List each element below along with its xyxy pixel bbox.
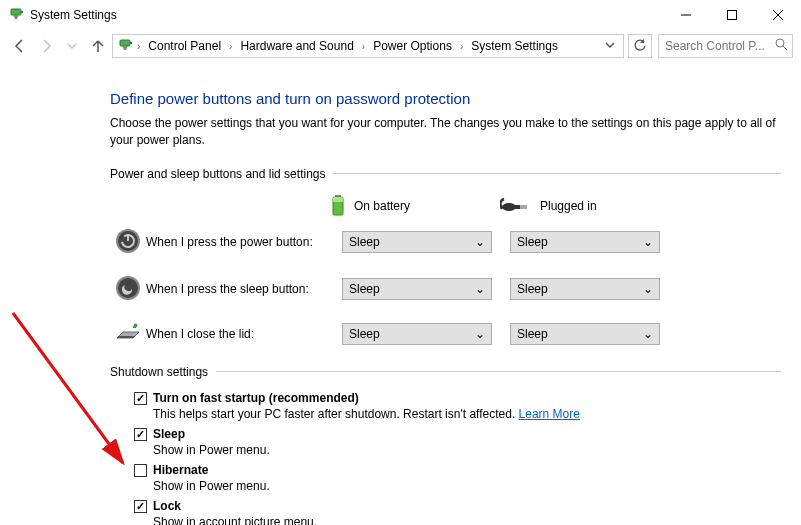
section-header: Shutdown settings: [110, 365, 781, 379]
chevron-right-icon[interactable]: ›: [360, 41, 367, 52]
select-sleep-plugged[interactable]: Sleep⌄: [510, 278, 660, 300]
chevron-down-icon: ⌄: [643, 282, 653, 296]
svg-rect-14: [514, 205, 520, 209]
row-label: When I close the lid:: [146, 327, 342, 341]
chevron-right-icon[interactable]: ›: [227, 41, 234, 52]
hibernate-desc: Show in Power menu.: [153, 479, 781, 493]
chevron-down-icon: ⌄: [643, 327, 653, 341]
chevron-down-icon: ⌄: [643, 235, 653, 249]
search-icon: [775, 38, 788, 54]
lock-row: Lock: [134, 499, 781, 513]
refresh-button[interactable]: [628, 34, 652, 58]
window-title: System Settings: [30, 8, 117, 22]
select-lid-battery[interactable]: Sleep⌄: [342, 323, 492, 345]
checkbox-fast-startup[interactable]: [134, 392, 147, 405]
checkbox-hibernate[interactable]: [134, 464, 147, 477]
section-title: Shutdown settings: [110, 365, 216, 379]
svg-point-8: [776, 39, 784, 47]
svg-rect-1: [21, 11, 23, 13]
svg-rect-3: [728, 11, 737, 20]
chevron-down-icon: ⌄: [475, 327, 485, 341]
lid-icon: [115, 322, 141, 347]
chevron-right-icon[interactable]: ›: [458, 41, 465, 52]
titlebar: System Settings: [0, 0, 801, 30]
sleep-desc: Show in Power menu.: [153, 443, 781, 457]
select-power-battery[interactable]: Sleep⌄: [342, 231, 492, 253]
svg-line-9: [783, 46, 787, 50]
sleep-button-icon: [115, 275, 141, 304]
column-label-plugged: Plugged in: [540, 199, 597, 213]
minimize-button[interactable]: [663, 0, 709, 30]
sleep-row: Sleep: [134, 427, 781, 441]
up-button[interactable]: [86, 34, 110, 58]
section-header: Power and sleep buttons and lid settings: [110, 167, 781, 181]
content-area: Define power buttons and turn on passwor…: [0, 62, 801, 525]
plug-icon: [500, 195, 532, 218]
select-sleep-battery[interactable]: Sleep⌄: [342, 278, 492, 300]
breadcrumb-icon: [117, 37, 133, 56]
breadcrumb-item[interactable]: Hardware and Sound: [236, 39, 357, 53]
fast-startup-desc: This helps start your PC faster after sh…: [153, 407, 781, 421]
chevron-right-icon[interactable]: ›: [135, 41, 142, 52]
row-label: When I press the sleep button:: [146, 282, 342, 296]
row-power-button: When I press the power button: Sleep⌄ Sl…: [110, 228, 781, 257]
breadcrumb-dropdown[interactable]: [601, 39, 619, 53]
page-description: Choose the power settings that you want …: [110, 115, 781, 149]
select-power-plugged[interactable]: Sleep⌄: [510, 231, 660, 253]
forward-button[interactable]: [34, 34, 58, 58]
svg-rect-7: [130, 42, 132, 44]
row-sleep-button: When I press the sleep button: Sleep⌄ Sl…: [110, 275, 781, 304]
page-title: Define power buttons and turn on passwor…: [110, 90, 781, 107]
checkbox-lock[interactable]: [134, 500, 147, 513]
checkbox-label: Hibernate: [153, 463, 208, 477]
section-title: Power and sleep buttons and lid settings: [110, 167, 333, 181]
search-input[interactable]: [663, 38, 771, 54]
back-button[interactable]: [8, 34, 32, 58]
maximize-button[interactable]: [709, 0, 755, 30]
hibernate-row: Hibernate: [134, 463, 781, 477]
checkbox-label: Lock: [153, 499, 181, 513]
column-label-battery: On battery: [354, 199, 410, 213]
nav-bar: › Control Panel › Hardware and Sound › P…: [0, 30, 801, 62]
window-controls: [663, 0, 801, 30]
select-lid-plugged[interactable]: Sleep⌄: [510, 323, 660, 345]
fast-startup-row: Turn on fast startup (recommended): [134, 391, 781, 405]
row-lid: When I close the lid: Sleep⌄ Sleep⌄: [110, 322, 781, 347]
row-label: When I press the power button:: [146, 235, 342, 249]
chevron-down-icon: ⌄: [475, 235, 485, 249]
svg-rect-12: [333, 197, 343, 202]
svg-point-13: [502, 203, 516, 211]
breadcrumb-item[interactable]: Control Panel: [144, 39, 225, 53]
power-options-icon: [8, 6, 24, 25]
breadcrumb-item[interactable]: System Settings: [467, 39, 562, 53]
svg-rect-6: [120, 40, 130, 46]
svg-rect-0: [11, 9, 21, 15]
recent-dropdown[interactable]: [60, 34, 84, 58]
checkbox-label: Sleep: [153, 427, 185, 441]
checkbox-label: Turn on fast startup (recommended): [153, 391, 359, 405]
lock-desc: Show in account picture menu.: [153, 515, 781, 525]
breadcrumb[interactable]: › Control Panel › Hardware and Sound › P…: [112, 34, 624, 58]
close-button[interactable]: [755, 0, 801, 30]
search-box[interactable]: [658, 34, 793, 58]
battery-icon: [330, 193, 346, 220]
learn-more-link[interactable]: Learn More: [519, 407, 580, 421]
svg-point-22: [118, 278, 138, 298]
column-headers: On battery Plugged in: [330, 193, 781, 220]
checkbox-sleep[interactable]: [134, 428, 147, 441]
chevron-down-icon: ⌄: [475, 282, 485, 296]
breadcrumb-item[interactable]: Power Options: [369, 39, 456, 53]
power-button-icon: [115, 228, 141, 257]
